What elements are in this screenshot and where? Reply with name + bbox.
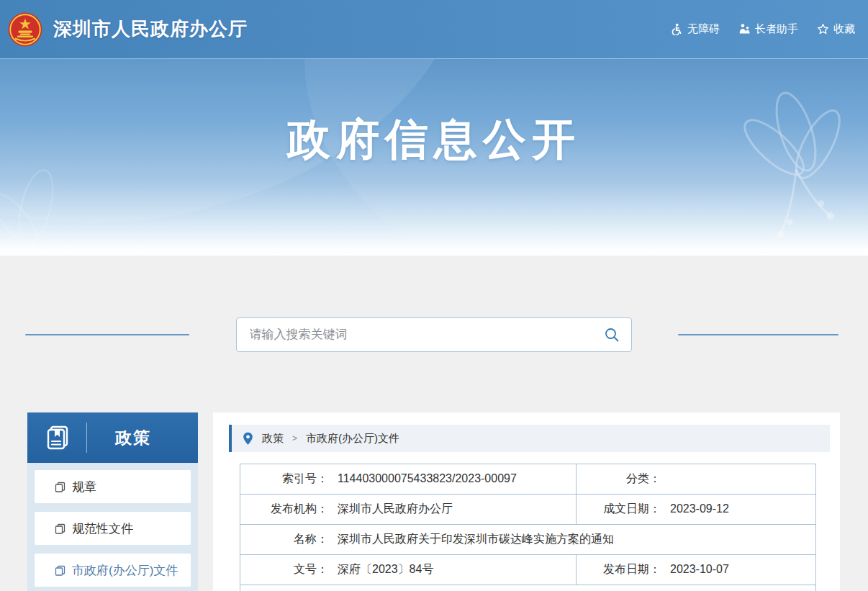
- decorative-line-right: [678, 334, 838, 335]
- national-emblem-logo: [7, 12, 43, 48]
- main-content: 政策 规章 规范性文件: [0, 412, 868, 591]
- sidebar-item-label: 规范性文件: [72, 520, 133, 537]
- sidebar-title: 政策: [87, 427, 198, 449]
- accessibility-link[interactable]: 无障碍: [671, 22, 720, 36]
- accessibility-label: 无障碍: [687, 22, 720, 36]
- breadcrumb: 政策 > 市政府(办公厅)文件: [229, 425, 830, 452]
- issuing-agency-value: 深圳市人民政府办公厅: [338, 502, 453, 515]
- sidebar-menu: 规章 规范性文件 市政府(办公厅)文件: [27, 463, 198, 591]
- publish-date-label: 发布日期：: [577, 562, 661, 577]
- breadcrumb-item-current: 市政府(办公厅)文件: [306, 432, 399, 446]
- elder-assistant-link[interactable]: 长者助手: [738, 22, 798, 36]
- publish-date-value: 2023-10-07: [670, 563, 729, 575]
- location-pin-icon: [243, 432, 253, 446]
- sidebar-header: 政策: [27, 412, 198, 463]
- banner: 政府信息公开: [0, 59, 868, 256]
- category-label: 分类：: [577, 472, 661, 487]
- table-row: 文号：深府〔2023〕84号 发布日期：2023-10-07: [240, 555, 816, 585]
- sidebar-item-normative-documents[interactable]: 规范性文件: [35, 512, 191, 545]
- sidebar-item-regulations[interactable]: 规章: [35, 470, 191, 503]
- search-button[interactable]: [592, 318, 631, 351]
- decorative-line-left: [25, 334, 189, 335]
- document-card: 政策 > 市政府(办公厅)文件 索引号：114403000075433823/2…: [213, 412, 840, 591]
- breadcrumb-accent-bar: [229, 425, 232, 452]
- issuing-agency-label: 发布机构：: [240, 502, 328, 517]
- sidebar-item-label: 市政府(办公厅)文件: [72, 562, 178, 579]
- category-cell: 分类：: [577, 464, 816, 495]
- document-title-cell: 名称：深圳市人民政府关于印发深圳市碳达峰实施方案的通知: [240, 525, 816, 555]
- written-date-label: 成文日期：: [577, 502, 661, 517]
- site-title: 深圳市人民政府办公厅: [53, 17, 248, 42]
- document-number-value: 深府〔2023〕84号: [338, 563, 433, 575]
- publish-date-cell: 发布日期：2023-10-07: [577, 555, 816, 585]
- issuing-agency-cell: 发布机构：深圳市人民政府办公厅: [240, 495, 577, 525]
- document-number-label: 文号：: [240, 562, 328, 577]
- utility-nav: 无障碍 长者助手 收藏: [671, 22, 855, 36]
- index-number-value: 114403000075433823/2023-00097: [338, 472, 517, 484]
- star-icon: [817, 23, 829, 35]
- document-number-cell: 文号：深府〔2023〕84号: [240, 555, 577, 585]
- document-title-value: 深圳市人民政府关于印发深圳市碳达峰实施方案的通知: [338, 533, 614, 545]
- breadcrumb-separator: >: [292, 433, 297, 443]
- written-date-cell: 成文日期：2023-09-12: [577, 495, 816, 525]
- elder-assistant-icon: [738, 23, 751, 35]
- document-icon: [55, 482, 65, 492]
- breadcrumb-item-policy[interactable]: 政策: [262, 432, 284, 446]
- index-number-cell: 索引号：114403000075433823/2023-00097: [240, 464, 577, 495]
- site-header: 深圳市人民政府办公厅 无障碍 长者助手 收藏: [0, 0, 868, 59]
- site-brand[interactable]: 深圳市人民政府办公厅: [7, 12, 248, 48]
- sidebar-item-municipal-government-documents[interactable]: 市政府(办公厅)文件: [35, 554, 191, 587]
- elder-assistant-label: 长者助手: [755, 22, 798, 36]
- table-row: 索引号：114403000075433823/2023-00097 分类：: [240, 464, 816, 495]
- search-section: [0, 317, 868, 352]
- favorite-link[interactable]: 收藏: [817, 22, 855, 36]
- accessibility-icon: [671, 23, 683, 35]
- document-icon: [55, 523, 65, 534]
- favorite-label: 收藏: [833, 22, 855, 36]
- sidebar: 政策 规章 规范性文件: [27, 412, 198, 591]
- document-title-label: 名称：: [240, 532, 328, 547]
- table-partial-cell: [240, 585, 816, 591]
- table-row-partial: [240, 585, 816, 591]
- search-icon: [604, 327, 620, 343]
- table-row: 发布机构：深圳市人民政府办公厅 成文日期：2023-09-12: [240, 495, 816, 525]
- sidebar-item-label: 规章: [72, 479, 96, 495]
- written-date-value: 2023-09-12: [670, 502, 729, 515]
- table-row: 名称：深圳市人民政府关于印发深圳市碳达峰实施方案的通知: [240, 525, 816, 555]
- page-title: 政府信息公开: [0, 111, 868, 169]
- document-metadata-table: 索引号：114403000075433823/2023-00097 分类： 发布…: [240, 464, 816, 591]
- index-number-label: 索引号：: [240, 472, 328, 487]
- document-icon: [55, 565, 65, 576]
- book-icon: [43, 423, 73, 453]
- search-input[interactable]: [237, 328, 592, 342]
- search-box: [236, 317, 632, 352]
